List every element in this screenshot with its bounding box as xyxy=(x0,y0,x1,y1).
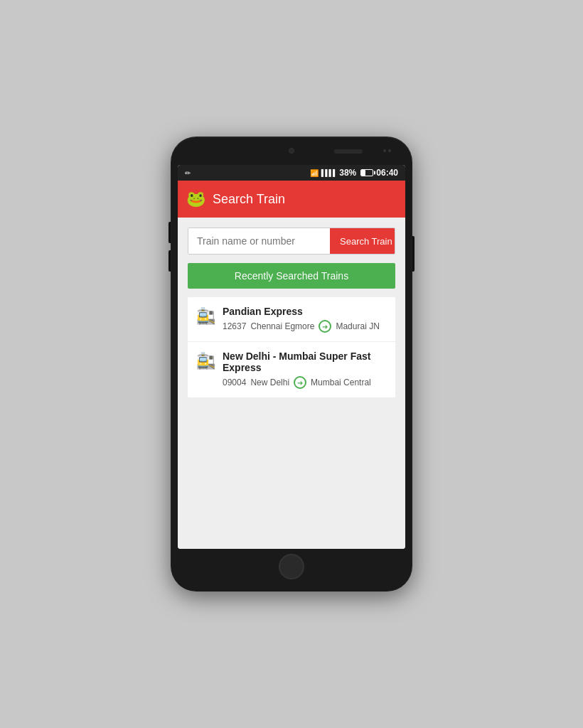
train-to-2: Mumbai Central xyxy=(311,378,371,387)
train-item-2[interactable]: 🚉 New Delhi - Mumbai Super Fast Express … xyxy=(188,342,395,397)
power-button[interactable] xyxy=(412,236,414,272)
battery-percentage: 38% xyxy=(339,168,356,178)
edit-icon xyxy=(185,168,191,177)
train-list: 🚉 Pandian Express 12637 Chennai Egmore ➜… xyxy=(188,297,395,397)
time-display: 06:40 xyxy=(376,168,398,178)
train-icon-2: 🚉 xyxy=(196,352,215,370)
train-from-1: Chennai Egmore xyxy=(250,321,314,331)
app-logo-icon: 🐸 xyxy=(186,190,205,208)
front-camera xyxy=(289,148,294,154)
volume-up-button[interactable] xyxy=(169,222,171,243)
phone-top-hardware xyxy=(178,144,405,165)
train-number-2: 09004 xyxy=(223,378,246,387)
recently-searched-header: Recently Searched Trains xyxy=(188,263,395,289)
train-route-2: 09004 New Delhi ➜ Mumbai Central xyxy=(223,376,387,389)
search-bar-container: Search Train xyxy=(188,228,395,255)
battery-icon xyxy=(360,169,373,176)
app-bar: 🐸 Search Train xyxy=(178,181,405,218)
route-arrow-1: ➜ xyxy=(319,320,331,333)
volume-down-button[interactable] xyxy=(169,250,171,272)
train-name-2: New Delhi - Mumbai Super Fast Express xyxy=(223,350,387,373)
app-title: Search Train xyxy=(213,192,285,207)
sensor-dots xyxy=(383,149,391,152)
status-bar-right: 📶 ▌▌▌▌ 38% 06:40 xyxy=(310,168,398,178)
wifi-icon: 📶 xyxy=(310,169,319,177)
train-number-1: 12637 xyxy=(223,321,246,331)
status-bar-left xyxy=(185,168,191,177)
status-bar: 📶 ▌▌▌▌ 38% 06:40 xyxy=(178,165,405,181)
signal-icon: ▌▌▌▌ xyxy=(321,169,337,176)
phone-device: 📶 ▌▌▌▌ 38% 06:40 🐸 Search Train Search T… xyxy=(171,136,412,592)
train-route-1: 12637 Chennai Egmore ➜ Madurai JN xyxy=(223,320,387,333)
train-item-1[interactable]: 🚉 Pandian Express 12637 Chennai Egmore ➜… xyxy=(188,297,395,342)
phone-bottom-hardware xyxy=(178,549,405,584)
train-from-2: New Delhi xyxy=(250,378,289,387)
search-button[interactable]: Search Train xyxy=(330,228,395,254)
screen-content: Search Train Recently Searched Trains 🚉 … xyxy=(178,218,405,549)
train-info-1: Pandian Express 12637 Chennai Egmore ➜ M… xyxy=(223,306,387,333)
phone-screen: 📶 ▌▌▌▌ 38% 06:40 🐸 Search Train Search T… xyxy=(178,165,405,549)
train-name-1: Pandian Express xyxy=(223,306,387,317)
search-input[interactable] xyxy=(188,228,330,254)
route-arrow-2: ➜ xyxy=(294,376,306,389)
train-info-2: New Delhi - Mumbai Super Fast Express 09… xyxy=(223,350,387,389)
train-to-1: Madurai JN xyxy=(336,321,379,331)
home-button[interactable] xyxy=(279,554,304,579)
earpiece-speaker xyxy=(334,149,363,154)
train-icon-1: 🚉 xyxy=(196,307,215,326)
